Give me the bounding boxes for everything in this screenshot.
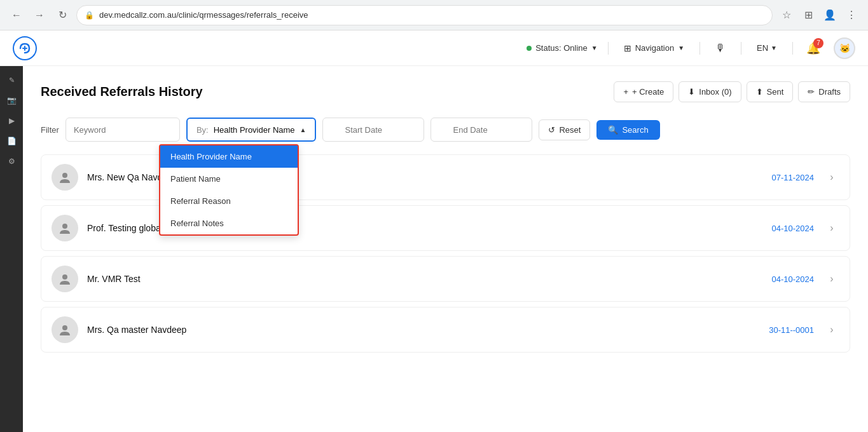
filter-by-value: Health Provider Name [214, 125, 295, 135]
main-layout: ✎ 📷 ▶ 📄 ⚙ Received Referrals History + +… [0, 66, 868, 432]
dropdown-item-health-provider[interactable]: Health Provider Name [160, 145, 298, 168]
drafts-label: Drafts [818, 87, 841, 97]
referral-avatar-1 [52, 215, 78, 241]
referral-name-3: Mrs. Qa master Navdeep [87, 325, 769, 335]
address-bar[interactable]: 🔒 dev.medcallz.com.au/clinic/qrmessages/… [76, 5, 773, 25]
filter-chevron-up-icon: ▲ [300, 126, 307, 133]
referral-row[interactable]: Mrs. Qa master Navdeep 30-11--0001 › [41, 307, 850, 353]
filter-bar: Filter By: Health Provider Name ▲ Health… [41, 118, 850, 142]
search-button[interactable]: 🔍 Search [596, 120, 659, 140]
referral-date-1: 04-10-2024 [772, 224, 815, 233]
inbox-button[interactable]: ⬇ Inbox (0) [679, 81, 741, 102]
keyword-input[interactable] [65, 118, 180, 142]
referral-chevron-3[interactable]: › [824, 322, 839, 337]
status-chevron-icon: ▼ [591, 44, 598, 51]
back-button[interactable]: ← [8, 6, 25, 24]
header-actions: + + Create ⬇ Inbox (0) ⬆ Sent ✏ Drafts [614, 81, 850, 102]
sidebar-document-icon[interactable]: 📄 [3, 132, 20, 150]
sent-icon: ⬆ [756, 87, 763, 97]
drafts-button[interactable]: ✏ Drafts [798, 81, 850, 102]
lock-icon: 🔒 [85, 11, 94, 20]
start-date-input[interactable] [322, 118, 424, 142]
filter-label: Filter [41, 125, 59, 135]
nav-divider-1 [608, 42, 609, 55]
svg-point-3 [62, 325, 67, 330]
referral-name-2: Mr. VMR Test [87, 274, 772, 284]
forward-button[interactable]: → [31, 6, 48, 24]
star-button[interactable]: ☆ [778, 6, 796, 24]
notifications-button[interactable]: 🔔 7 [803, 38, 823, 58]
profile-button[interactable]: 👤 [821, 6, 839, 24]
mic-icon: 🎙 [715, 43, 726, 54]
filter-by-prefix: By: [196, 125, 209, 135]
notification-badge: 7 [813, 38, 823, 48]
filter-by-dropdown[interactable]: By: Health Provider Name ▲ [186, 118, 317, 142]
dropdown-item-referral-notes[interactable]: Referral Notes [160, 212, 298, 234]
status-dot [527, 46, 532, 51]
sidebar-edit-icon[interactable]: ✎ [3, 71, 20, 89]
filter-dropdown-menu: Health Provider Name Patient Name Referr… [159, 144, 299, 236]
dropdown-item-referral-reason[interactable]: Referral Reason [160, 190, 298, 212]
nav-divider-4 [792, 42, 793, 55]
referral-avatar-2 [52, 266, 78, 292]
reset-icon: ↺ [548, 125, 555, 135]
browser-actions: ☆ ⊞ 👤 ⋮ [778, 6, 860, 24]
create-button[interactable]: + + Create [614, 81, 673, 102]
plus-icon: + [623, 87, 628, 97]
drafts-icon: ✏ [808, 87, 815, 97]
language-selector[interactable]: EN ▼ [752, 41, 782, 55]
referral-avatar-0 [52, 164, 78, 191]
extensions-button[interactable]: ⊞ [799, 6, 817, 24]
nav-chevron-icon: ▼ [678, 44, 684, 51]
app-wrapper: Status: Online ▼ ⊞ Navigation ▼ 🎙 EN ▼ 🔔… [0, 30, 868, 432]
referral-date-0: 07-11-2024 [772, 173, 815, 182]
sidebar: ✎ 📷 ▶ 📄 ⚙ [0, 66, 23, 432]
navigation-label: Navigation [635, 43, 674, 53]
page-title: Received Referrals History [41, 84, 614, 99]
referral-avatar-3 [52, 316, 78, 343]
mic-button[interactable]: 🎙 [710, 40, 731, 57]
sent-label: Sent [767, 87, 784, 97]
refresh-button[interactable]: ↻ [53, 6, 71, 24]
sidebar-settings-icon[interactable]: ⚙ [3, 152, 20, 170]
referral-date-3: 30-11--0001 [769, 325, 814, 335]
page-header: Received Referrals History + + Create ⬇ … [41, 81, 850, 102]
start-date-wrapper: 📅 [322, 118, 424, 142]
end-date-input[interactable] [431, 118, 532, 142]
svg-point-1 [62, 224, 67, 229]
grid-icon: ⊞ [624, 43, 631, 53]
inbox-label: Inbox (0) [699, 87, 731, 97]
navigation-menu[interactable]: ⊞ Navigation ▼ [619, 41, 689, 56]
referral-chevron-1[interactable]: › [824, 220, 839, 236]
svg-point-0 [62, 173, 67, 178]
lang-chevron-icon: ▼ [771, 44, 777, 51]
status-text: Status: Online [535, 43, 588, 53]
end-date-wrapper: 📅 [431, 118, 532, 142]
nav-divider-2 [699, 42, 700, 55]
reset-label: Reset [559, 125, 581, 135]
avatar-icon: 🐱 [839, 43, 850, 53]
logo[interactable] [13, 36, 37, 60]
top-nav: Status: Online ▼ ⊞ Navigation ▼ 🎙 EN ▼ 🔔… [0, 30, 868, 66]
svg-point-2 [62, 274, 67, 280]
status-indicator[interactable]: Status: Online ▼ [527, 43, 598, 53]
nav-divider-3 [741, 42, 741, 55]
menu-button[interactable]: ⋮ [843, 6, 860, 24]
search-icon: 🔍 [608, 125, 618, 135]
inbox-icon: ⬇ [688, 87, 695, 97]
referral-chevron-0[interactable]: › [824, 170, 839, 185]
referral-row[interactable]: Mr. VMR Test 04-10-2024 › [41, 256, 850, 302]
referral-date-2: 04-10-2024 [772, 274, 815, 284]
sidebar-camera-icon[interactable]: 📷 [3, 91, 20, 109]
reset-button[interactable]: ↺ Reset [539, 119, 590, 140]
sent-button[interactable]: ⬆ Sent [747, 81, 794, 102]
lang-label: EN [757, 43, 768, 53]
url-text: dev.medcallz.com.au/clinic/qrmessages/re… [99, 10, 308, 20]
dropdown-item-patient-name[interactable]: Patient Name [160, 168, 298, 190]
user-avatar[interactable]: 🐱 [834, 37, 855, 59]
search-label: Search [622, 125, 648, 135]
sidebar-video-icon[interactable]: ▶ [3, 112, 20, 130]
browser-chrome: ← → ↻ 🔒 dev.medcallz.com.au/clinic/qrmes… [0, 0, 868, 30]
referral-chevron-2[interactable]: › [824, 271, 839, 287]
create-label: + Create [632, 87, 664, 97]
